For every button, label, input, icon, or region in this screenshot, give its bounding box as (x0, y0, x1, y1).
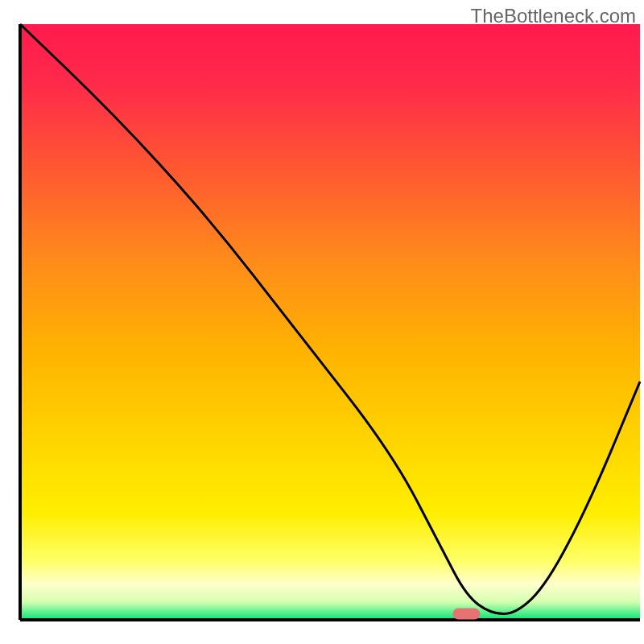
watermark-text: TheBottleneck.com (471, 5, 636, 27)
bottleneck-chart (0, 0, 644, 644)
plot-area (20, 24, 640, 620)
optimal-marker (452, 609, 480, 620)
